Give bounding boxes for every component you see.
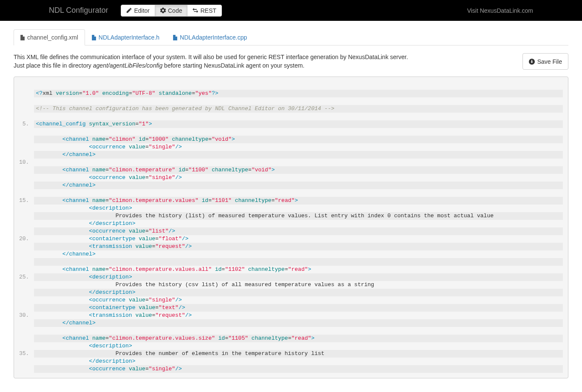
code-line bbox=[34, 189, 563, 197]
code-line: </channel> bbox=[34, 250, 563, 258]
rest-button-label: REST bbox=[200, 7, 216, 14]
description-row: This XML file defines the communication … bbox=[14, 53, 568, 70]
tab-label: channel_config.xml bbox=[27, 34, 78, 41]
code-line bbox=[34, 128, 563, 136]
file-icon bbox=[20, 35, 25, 40]
code-line: <occurrence value="single"/> bbox=[34, 143, 563, 151]
code-line: </description> bbox=[34, 358, 563, 365]
cog-icon bbox=[160, 8, 166, 13]
code-line: </description> bbox=[34, 289, 563, 296]
desc-path: agent/agentLibFiles/config bbox=[93, 62, 162, 69]
navbar: NDL Configurator Editor Code REST Visit … bbox=[0, 0, 582, 21]
code-line: <!-- This channel configuration has been… bbox=[34, 105, 563, 113]
code-line: <description> bbox=[34, 273, 563, 281]
code-line: <occurrence value="list"/> bbox=[34, 227, 563, 235]
main-container: channel_config.xml NDLAdapterInterface.h… bbox=[0, 21, 582, 387]
code-line: <channel name="climon" id="1000" channel… bbox=[34, 136, 563, 143]
app-brand: NDL Configurator bbox=[49, 6, 108, 15]
code-line: <channel name="climon.temperature" id="1… bbox=[34, 166, 563, 174]
tab-label: NDLAdapterInterface.h bbox=[99, 34, 159, 41]
view-mode-buttons: Editor Code REST bbox=[121, 5, 221, 17]
code-line bbox=[34, 159, 563, 166]
code-line: </channel> bbox=[34, 182, 563, 189]
file-icon bbox=[92, 35, 96, 40]
code-lines: <?xml version="1.0" encoding="UTF-8" sta… bbox=[34, 82, 563, 373]
editor-button-label: Editor bbox=[134, 7, 150, 14]
code-viewer[interactable]: 5.10.15.20.25.30.35. <?xml version="1.0"… bbox=[14, 77, 568, 378]
rest-button[interactable]: REST bbox=[187, 5, 221, 17]
code-line: <channel_config syntax_version="1"> bbox=[34, 120, 563, 128]
line-number-gutter: 5.10.15.20.25.30.35. bbox=[19, 82, 34, 373]
code-line: Provides the history (csv list) of all m… bbox=[34, 281, 563, 289]
desc-line1: This XML file defines the communication … bbox=[14, 54, 408, 60]
code-line: <?xml version="1.0" encoding="UTF-8" sta… bbox=[34, 90, 563, 97]
save-file-button[interactable]: Save File bbox=[522, 53, 568, 70]
code-line bbox=[34, 327, 563, 335]
code-line: <description> bbox=[34, 205, 563, 212]
code-line: <occurrence value="single"/> bbox=[34, 296, 563, 304]
file-tabs: channel_config.xml NDLAdapterInterface.h… bbox=[14, 29, 568, 45]
code-line bbox=[34, 97, 563, 105]
description-text: This XML file defines the communication … bbox=[14, 53, 408, 70]
pencil-icon bbox=[126, 8, 132, 13]
tab-adapter-h[interactable]: NDLAdapterInterface.h bbox=[85, 29, 166, 45]
navbar-right: Visit NexusDataLink.com bbox=[467, 7, 533, 14]
code-line: <channel name="climon.temperature.values… bbox=[34, 266, 563, 273]
code-line: </channel> bbox=[34, 151, 563, 159]
code-line: Provides the history (list) of measured … bbox=[34, 212, 563, 220]
save-file-label: Save File bbox=[537, 58, 562, 65]
code-line: <transmission value="request"/> bbox=[34, 312, 563, 319]
download-icon bbox=[529, 59, 535, 65]
code-line: </description> bbox=[34, 220, 563, 227]
tab-channel-config[interactable]: channel_config.xml bbox=[14, 29, 85, 45]
desc-line2a: Just place this file in directory bbox=[14, 62, 93, 69]
editor-button[interactable]: Editor bbox=[121, 5, 155, 17]
code-line: <containertype value="float"/> bbox=[34, 235, 563, 243]
code-line: <channel name="climon.temperature.values… bbox=[34, 335, 563, 342]
transfer-icon bbox=[193, 8, 198, 13]
visit-link[interactable]: Visit NexusDataLink.com bbox=[467, 7, 533, 14]
tab-label: NDLAdapterInterface.cpp bbox=[180, 34, 247, 41]
code-line bbox=[34, 113, 563, 120]
code-line: <description> bbox=[34, 342, 563, 350]
code-button[interactable]: Code bbox=[155, 5, 187, 17]
code-line: <containertype value="text"/> bbox=[34, 304, 563, 312]
file-icon bbox=[173, 35, 177, 40]
tab-adapter-cpp[interactable]: NDLAdapterInterface.cpp bbox=[166, 29, 254, 45]
code-line: <occurrence value="single"/> bbox=[34, 174, 563, 182]
desc-line2b: before starting NexusDataLink agent on y… bbox=[162, 62, 304, 69]
code-line: <transmission value="request"/> bbox=[34, 243, 563, 250]
code-line: <occurrence value="single"/> bbox=[34, 365, 563, 373]
code-line: <channel name="climon.temperature.values… bbox=[34, 197, 563, 205]
code-line: Provides the number of elements in the t… bbox=[34, 350, 563, 358]
code-line bbox=[34, 258, 563, 266]
code-line: </channel> bbox=[34, 319, 563, 327]
code-button-label: Code bbox=[168, 7, 182, 14]
